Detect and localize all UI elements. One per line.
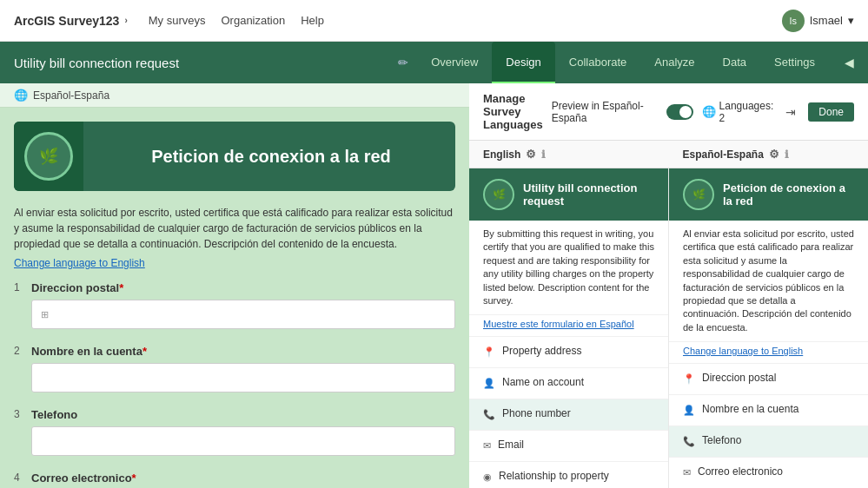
tab-design[interactable]: Design [492, 42, 554, 83]
item-icon-en-3: ✉ [483, 439, 491, 452]
english-item-3: ✉ Email [469, 431, 668, 462]
nav-arrow: › [124, 16, 127, 25]
question-2-row: 2 Nombre en la cuenta* [14, 345, 455, 392]
question-2-block: Nombre en la cuenta* [31, 345, 455, 392]
item-text-en-1: Name on account [502, 375, 584, 390]
change-language-link[interactable]: Change language to English [14, 257, 455, 269]
preview-label: Preview in Español-España [552, 100, 661, 124]
preview-toggle[interactable] [666, 104, 693, 120]
item-text-en-0: Property address [502, 344, 581, 359]
main-content: 🌐 Español-España 🌿 Peticion de conexion … [0, 83, 868, 488]
item-text-es-0: Direccion postal [702, 371, 776, 386]
item-icon-es-1: 👤 [683, 404, 695, 417]
app-name-label: ArcGIS Survey123 [14, 14, 119, 28]
espanol-header-card: 🌿 Peticion de conexion a la red [669, 168, 868, 221]
question-1-block: Direccion postal* ⊞ [31, 281, 455, 329]
lang-columns-header: English ⚙ ℹ Español-España ⚙ ℹ [469, 141, 868, 168]
item-icon-en-0: 📍 [483, 346, 495, 359]
espanol-column: 🌿 Peticion de conexion a la red Al envia… [669, 168, 868, 488]
input-icon-1: ⊞ [41, 309, 49, 320]
english-item-4: ◉ Relationship to property [469, 462, 668, 488]
avatar: Is [782, 10, 805, 32]
survey-header-title: Peticion de conexion a la red [83, 133, 455, 181]
item-icon-en-4: ◉ [483, 471, 492, 484]
english-info-icon: ℹ [541, 148, 546, 161]
item-text-es-3: Correo electronico [698, 465, 783, 479]
user-dropdown-arrow[interactable]: ▾ [848, 14, 854, 27]
question-2-label: Nombre en la cuenta* [31, 345, 455, 358]
question-3-input[interactable] [31, 426, 455, 456]
question-1-row: 1 Direccion postal* ⊞ [14, 281, 455, 329]
item-text-es-1: Nombre en la cuenta [702, 402, 798, 417]
organization-link[interactable]: Organization [221, 14, 285, 27]
english-gear-icon[interactable]: ⚙ [526, 148, 536, 161]
survey-tabs: Overview Design Collaborate Analyze Data… [417, 42, 829, 83]
my-surveys-link[interactable]: My surveys [149, 14, 206, 27]
help-link[interactable]: Help [301, 14, 324, 27]
right-languages-panel: Manage Survey Languages Preview in Españ… [469, 83, 868, 488]
lang-table-body: 🌿 Utility bill connection request By sub… [469, 168, 868, 488]
english-desc: By submitting this request in writing, y… [469, 221, 668, 315]
question-1-label: Direccion postal* [31, 281, 455, 294]
english-header-logo: 🌿 [483, 179, 514, 210]
top-navigation: ArcGIS Survey123 › My surveys Organizati… [0, 0, 868, 42]
espanol-label: Español-España [683, 148, 764, 161]
tab-overview[interactable]: Overview [417, 42, 492, 83]
tab-collaborate[interactable]: Collaborate [555, 42, 641, 83]
item-icon-es-0: 📍 [683, 373, 695, 386]
tab-data[interactable]: Data [709, 42, 760, 83]
english-lang-link[interactable]: Muestre este formulario en Español [469, 315, 668, 337]
item-text-en-2: Phone number [502, 406, 571, 421]
edit-title-button[interactable]: ✏ [398, 56, 408, 69]
english-header-title: Utility bill connection request [523, 181, 654, 208]
question-3-block: Telefono [31, 408, 455, 456]
done-button[interactable]: Done [808, 102, 854, 122]
tab-analyze[interactable]: Analyze [640, 42, 708, 83]
logo-circle: 🌿 [24, 132, 73, 181]
item-text-es-2: Telefono [702, 433, 741, 448]
tab-settings[interactable]: Settings [760, 42, 829, 83]
item-icon-es-2: 📞 [683, 435, 695, 448]
expand-icon[interactable]: ⇥ [785, 105, 796, 119]
espanol-desc: Al enviar esta solicitud por escrito, us… [669, 221, 868, 342]
lang-count-label: Languages: 2 [719, 100, 774, 124]
english-item-1: 👤 Name on account [469, 368, 668, 399]
survey-logo: 🌿 [14, 122, 83, 191]
manage-languages-title: Manage Survey Languages [483, 92, 543, 131]
toggle-knob [679, 106, 692, 118]
item-icon-es-3: ✉ [683, 466, 691, 479]
question-3-row: 3 Telefono [14, 408, 455, 456]
espanol-item-0: 📍 Direccion postal [669, 364, 868, 395]
english-label: English [483, 148, 520, 161]
share-icon[interactable]: ◀ [845, 56, 854, 69]
espanol-item-2: 📞 Telefono [669, 426, 868, 458]
locale-label: Español-España [33, 89, 109, 102]
question-2-input[interactable] [31, 363, 455, 392]
avatar-initials: Is [789, 16, 797, 26]
english-header-card: 🌿 Utility bill connection request [469, 168, 668, 221]
english-item-2: 📞 Phone number [469, 399, 668, 431]
question-3-label: Telefono [31, 408, 455, 421]
question-4-block: Correo electronico* ✓ [31, 472, 455, 488]
survey-title-bar: Utility bill connection request ✏ Overvi… [0, 42, 868, 83]
espanol-gear-icon[interactable]: ⚙ [769, 148, 779, 161]
question-4-number: 4 [14, 472, 20, 484]
survey-description: Al enviar esta solicitud por escrito, us… [14, 205, 455, 252]
question-4-row: 4 Correo electronico* ✓ [14, 472, 455, 488]
espanol-item-1: 👤 Nombre en la cuenta [669, 395, 868, 426]
question-3-number: 3 [14, 408, 20, 420]
preview-toggle-area: Preview in Español-España [552, 100, 693, 124]
lang-panel-header: Manage Survey Languages Preview in Españ… [469, 83, 868, 141]
question-1-input[interactable]: ⊞ [31, 300, 455, 329]
question-2-number: 2 [14, 345, 20, 357]
espanol-item-3: ✉ Correo electronico [669, 458, 868, 488]
question-1-number: 1 [14, 281, 20, 293]
left-survey-panel: 🌐 Español-España 🌿 Peticion de conexion … [0, 83, 469, 488]
espanol-lang-link[interactable]: Change language to English [669, 342, 868, 364]
espanol-col-header: Español-España ⚙ ℹ [669, 141, 869, 168]
user-area[interactable]: Is Ismael ▾ [782, 10, 854, 32]
app-title: ArcGIS Survey123 › [14, 14, 128, 28]
item-icon-en-2: 📞 [483, 408, 495, 421]
espanol-header-title: Peticion de conexion a la red [723, 181, 854, 208]
question-4-label: Correo electronico* [31, 472, 455, 485]
